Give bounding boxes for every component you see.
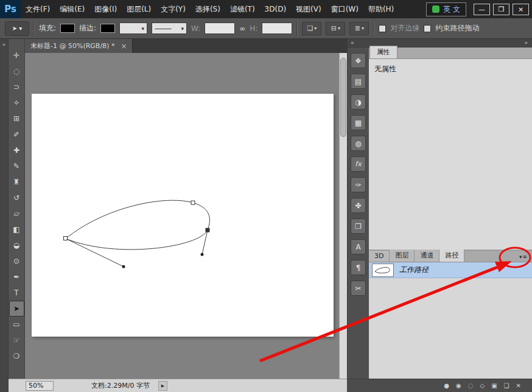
path-selection-tool[interactable]: ➤ bbox=[9, 301, 24, 317]
stroke-path-button[interactable]: ◉ bbox=[456, 383, 461, 389]
toolbox-collapse-rail[interactable]: » bbox=[0, 39, 9, 392]
menu-3d[interactable]: 3D(D) bbox=[260, 0, 291, 18]
separator bbox=[33, 21, 35, 36]
eraser-tool[interactable]: ▱ bbox=[9, 206, 24, 222]
paths-panel-menu-button[interactable]: ▾≡ bbox=[519, 254, 532, 262]
clone-stamp-tool[interactable]: ♜ bbox=[9, 174, 24, 190]
stroke-type-select[interactable]: ——— ▾ bbox=[152, 23, 187, 34]
photoshop-logo[interactable]: Ps bbox=[0, 0, 21, 18]
masks-panel-icon[interactable]: ◍ bbox=[351, 136, 366, 151]
pen-tool[interactable]: ✒ bbox=[9, 269, 24, 285]
menu-window[interactable]: 窗口(W) bbox=[326, 0, 363, 18]
color-panel-icon[interactable]: ❖ bbox=[351, 53, 366, 68]
hand-tool[interactable]: ☞ bbox=[9, 332, 24, 348]
minimize-button[interactable]: — bbox=[474, 4, 490, 15]
scrollbar-thumb[interactable] bbox=[340, 58, 346, 137]
maximize-button[interactable]: ❐ bbox=[493, 4, 509, 15]
history-brush-tool[interactable]: ↺ bbox=[9, 190, 24, 206]
path-operations-button[interactable]: ❏ ▾ bbox=[302, 22, 321, 35]
fill-label: 填充: bbox=[39, 23, 56, 33]
status-options-button[interactable]: ▶ bbox=[158, 381, 167, 391]
fill-path-button[interactable]: ● bbox=[444, 383, 449, 389]
tab-layers[interactable]: 图层 bbox=[390, 250, 415, 262]
brush-panel-icon[interactable]: ✑ bbox=[351, 177, 366, 192]
separator bbox=[373, 21, 374, 36]
crop-tool[interactable]: ⊞ bbox=[9, 111, 24, 127]
menu-view[interactable]: 视图(V) bbox=[291, 0, 326, 18]
zoom-level-field[interactable]: 50% bbox=[26, 381, 54, 391]
canvas[interactable] bbox=[32, 94, 334, 337]
healing-brush-tool[interactable]: ✚ bbox=[9, 142, 24, 158]
stroke-color-swatch[interactable] bbox=[100, 24, 115, 33]
paths-panel-body: 工作路径 bbox=[369, 262, 532, 379]
properties-panel-body: 无属性 bbox=[369, 59, 532, 251]
chevron-down-icon: ▾ bbox=[362, 26, 364, 31]
tab-3d[interactable]: 3D bbox=[369, 251, 390, 262]
menu-file[interactable]: 文件(F) bbox=[21, 0, 55, 18]
blur-tool[interactable]: ◒ bbox=[9, 237, 24, 253]
move-tool[interactable]: ✛ bbox=[9, 47, 24, 63]
right-panel-column: » 属性 无属性 3D 图层 通道 路径 ▾≡ 工作路径 bbox=[369, 39, 532, 379]
delete-path-button[interactable]: ✕ bbox=[516, 383, 521, 389]
status-bar: 50% 文档:2.29M/0 字节 ▶ bbox=[9, 379, 347, 392]
close-button[interactable]: × bbox=[513, 4, 529, 15]
type-tool[interactable]: T bbox=[9, 285, 24, 301]
add-mask-button[interactable]: ▣ bbox=[491, 383, 497, 389]
path-alignment-button[interactable]: ⊟ ▾ bbox=[326, 22, 345, 35]
constrain-path-drag-checkbox[interactable] bbox=[424, 25, 431, 32]
styles-panel-icon[interactable]: ▦ bbox=[351, 115, 366, 130]
stroke-width-select[interactable]: ▾ bbox=[119, 23, 147, 34]
path-arrangement-icon: ≣ bbox=[355, 24, 360, 32]
brush-tool[interactable]: ✎ bbox=[9, 158, 24, 174]
character-panel-icon[interactable]: A bbox=[351, 239, 366, 254]
canvas-zone[interactable] bbox=[25, 53, 339, 379]
swatches-panel-icon[interactable]: ▤ bbox=[351, 74, 366, 89]
paths-group-tabbar: 3D 图层 通道 路径 ▾≡ bbox=[369, 251, 532, 262]
menu-image[interactable]: 图像(I) bbox=[89, 0, 122, 18]
zoom-tool[interactable]: ❍ bbox=[9, 348, 24, 364]
close-icon[interactable]: × bbox=[121, 42, 127, 51]
link-dimensions-icon[interactable]: ∞ bbox=[239, 24, 245, 33]
marquee-tool[interactable]: ◌ bbox=[9, 63, 24, 79]
paragraph-panel-icon[interactable]: ¶ bbox=[351, 260, 366, 275]
clone-source-panel-icon[interactable]: ❐ bbox=[351, 219, 366, 234]
height-input[interactable] bbox=[262, 23, 292, 34]
timeline-panel-icon[interactable]: ✂ bbox=[351, 281, 366, 296]
ime-indicator[interactable]: 英 文 bbox=[426, 2, 466, 16]
expand-panels-button[interactable]: « bbox=[348, 39, 369, 47]
tab-properties[interactable]: 属性 bbox=[369, 46, 397, 58]
width-input[interactable] bbox=[205, 23, 235, 34]
direction-handle bbox=[66, 239, 124, 267]
rectangle-tool[interactable]: ▭ bbox=[9, 317, 24, 332]
brush-presets-panel-icon[interactable]: ✤ bbox=[351, 198, 366, 213]
tool-preset-dropdown[interactable]: ➤ ▾ bbox=[5, 21, 29, 36]
load-selection-button[interactable]: ◌ bbox=[468, 383, 474, 389]
quick-selection-tool[interactable]: ✧ bbox=[9, 95, 24, 111]
menu-filter[interactable]: 滤镜(T) bbox=[225, 0, 260, 18]
document-tab[interactable]: 未标题-1 @ 50%(RGB/8) * × bbox=[25, 39, 133, 53]
tab-channels[interactable]: 通道 bbox=[415, 250, 439, 262]
menu-help[interactable]: 帮助(H) bbox=[363, 0, 399, 18]
eyedropper-tool[interactable]: ✐ bbox=[9, 127, 24, 142]
separator bbox=[296, 21, 298, 36]
path-thumbnail-drawing bbox=[373, 264, 393, 276]
fx-panel-icon[interactable]: fx bbox=[351, 156, 366, 172]
align-edges-checkbox[interactable] bbox=[379, 25, 386, 32]
work-path-row[interactable]: 工作路径 bbox=[369, 262, 532, 278]
gradient-tool[interactable]: ◧ bbox=[9, 222, 24, 237]
menu-edit[interactable]: 编辑(E) bbox=[55, 0, 89, 18]
make-work-path-button[interactable]: ◇ bbox=[480, 383, 485, 389]
fill-color-swatch[interactable] bbox=[60, 24, 75, 33]
adjustments-panel-icon[interactable]: ◑ bbox=[351, 94, 366, 110]
new-path-button[interactable]: ❑ bbox=[504, 383, 509, 389]
menu-type[interactable]: 文字(Y) bbox=[156, 0, 191, 18]
path-arrangement-button[interactable]: ≣ ▾ bbox=[349, 22, 369, 35]
dodge-tool[interactable]: ⊙ bbox=[9, 253, 24, 269]
vertical-scrollbar[interactable] bbox=[339, 53, 347, 379]
lasso-tool[interactable]: ⊃ bbox=[9, 79, 24, 95]
options-bar: ➤ ▾ 填充: 描边: ▾ ——— ▾ W: ∞ H: ❏ ▾ ⊟ ▾ ≣ ▾ … bbox=[0, 18, 532, 39]
paths-panel-footer: ● ◉ ◌ ◇ ▣ ❑ ✕ bbox=[347, 379, 532, 392]
menu-select[interactable]: 选择(S) bbox=[191, 0, 225, 18]
menu-layer[interactable]: 图层(L) bbox=[122, 0, 156, 18]
tab-paths[interactable]: 路径 bbox=[439, 250, 464, 262]
